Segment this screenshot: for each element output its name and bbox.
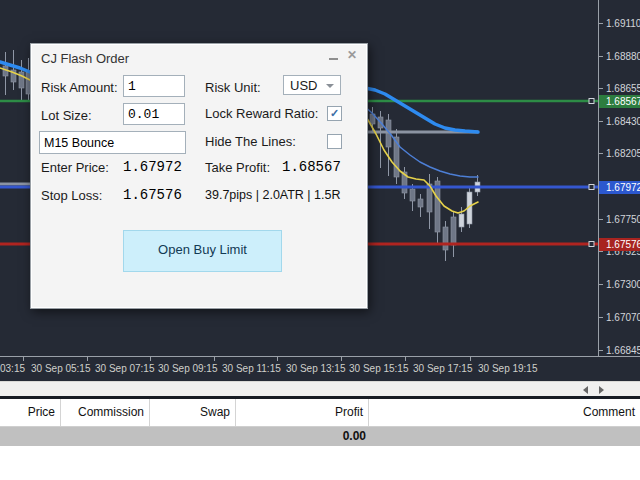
tick-mark (599, 350, 603, 351)
open-buy-limit-button[interactable]: Open Buy Limit (123, 230, 282, 272)
tick-mark (599, 153, 603, 154)
time-tick-label: 03:15 (0, 363, 25, 374)
tick-mark (599, 219, 603, 220)
dialog-title: CJ Flash Order (41, 51, 129, 66)
lot-size-label: Lot Size: (41, 108, 92, 123)
dropdown-arrow-icon (326, 84, 334, 88)
lot-size-input[interactable] (123, 103, 185, 125)
total-profit-value: 0.00 (236, 427, 369, 446)
tick-mark (599, 121, 603, 122)
time-tick-label: 30 Sep 07:15 (95, 363, 155, 374)
stop-loss-price-tag: 1.67576 (599, 238, 640, 251)
time-tick-mark (87, 357, 88, 361)
time-tick-label: 30 Sep 09:15 (158, 363, 218, 374)
enter-price-label: Enter Price: (41, 160, 109, 175)
column-header-profit[interactable]: Profit (236, 399, 369, 426)
hide-lines-checkbox[interactable] (327, 134, 342, 149)
column-header-commission[interactable]: Commission (61, 399, 150, 426)
minimize-icon[interactable] (328, 50, 340, 62)
time-tick-label: 30 Sep 13:15 (286, 363, 346, 374)
chart-area[interactable]: 1.691101.688801.686551.684301.682051.677… (0, 0, 640, 381)
risk-amount-label: Risk Amount: (41, 80, 118, 95)
risk-unit-select[interactable]: USD (283, 75, 341, 95)
tick-mark (599, 284, 603, 285)
time-tick-label: 30 Sep 05:15 (31, 363, 91, 374)
risk-unit-label: Risk Unit: (205, 80, 261, 95)
price-axis[interactable]: 1.691101.688801.686551.684301.682051.677… (599, 0, 640, 356)
risk-stats-text: 39.7pips | 2.0ATR | 1.5R (205, 188, 341, 202)
candle-body (410, 189, 415, 201)
stop-loss-value: 1.67576 (123, 187, 182, 203)
time-tick-mark (23, 357, 24, 361)
stop-loss-label: Stop Loss: (41, 188, 102, 203)
risk-amount-input[interactable] (123, 75, 185, 97)
candle-body (459, 214, 464, 227)
lock-reward-label: Lock Reward Ratio: (205, 106, 318, 121)
take-profit-label: Take Profit: (205, 160, 270, 175)
take-profit-price-tag: 1.68567 (599, 95, 640, 108)
scroll-right-icon[interactable] (599, 386, 604, 394)
mt4-terminal: 1.691101.688801.686551.684301.682051.677… (0, 0, 640, 480)
tick-mark (599, 23, 603, 24)
order-comment-input[interactable] (39, 131, 186, 154)
column-header-comment[interactable]: Comment (369, 399, 640, 426)
time-tick-label: 30 Sep 11:15 (222, 363, 281, 374)
candle-body (451, 217, 456, 245)
time-tick-label: 30 Sep 19:15 (478, 363, 538, 374)
risk-unit-value: USD (290, 78, 317, 93)
chart-horizontal-scrollbar[interactable] (0, 381, 640, 397)
candle-body (443, 227, 448, 250)
column-header-price[interactable]: Price (0, 399, 61, 426)
entry-price-tag: 1.67972 (599, 181, 640, 194)
flash-order-dialog: CJ Flash Order ✕ Risk Amount: Risk Unit:… (30, 43, 368, 309)
take-profit-value: 1.68567 (282, 159, 341, 175)
close-icon[interactable]: ✕ (345, 47, 359, 63)
time-tick-label: 30 Sep 17:15 (413, 363, 473, 374)
time-tick-mark (214, 357, 215, 361)
column-header-swap[interactable]: Swap (150, 399, 236, 426)
tick-mark (599, 317, 603, 318)
time-tick-mark (341, 357, 342, 361)
time-axis[interactable]: 03:1530 Sep 05:1530 Sep 07:1530 Sep 09:1… (0, 357, 598, 381)
entry-price-line-handle[interactable] (589, 185, 594, 190)
candle-body (418, 199, 423, 207)
candle-body (435, 181, 440, 232)
time-tick-mark (150, 357, 151, 361)
balance-row: 0.00 (0, 427, 640, 446)
tick-mark (599, 56, 603, 57)
scroll-left-icon[interactable] (583, 386, 588, 394)
time-tick-label: 30 Sep 15:15 (349, 363, 409, 374)
enter-price-value: 1.67972 (123, 159, 182, 175)
lock-reward-checkbox[interactable]: ✓ (327, 106, 342, 121)
hide-lines-label: Hide The Lines: (205, 134, 296, 149)
trade-terminal-panel: Price Commission Swap Profit Comment 0.0… (0, 399, 640, 480)
time-tick-mark (470, 357, 471, 361)
time-tick-mark (405, 357, 406, 361)
take-profit-line-handle[interactable] (589, 99, 594, 104)
time-tick-mark (277, 357, 278, 361)
trade-table-header: Price Commission Swap Profit Comment (0, 399, 640, 427)
stop-loss-line-handle[interactable] (589, 242, 594, 247)
tick-mark (599, 88, 603, 89)
tick-mark (599, 251, 603, 252)
